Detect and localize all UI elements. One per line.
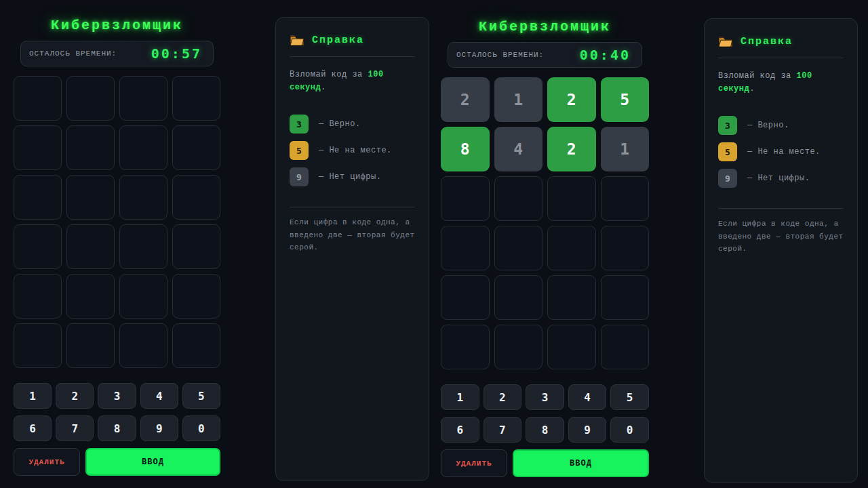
guess-cell: 5 [601,77,650,122]
timer-box: ОСТАЛОСЬ ВРЕМЕНИ: 00:57 [20,41,214,66]
help-header: Справка [290,34,415,46]
legend: 3— Верно.5— Не на месте.9— Нет цифры. [718,116,844,188]
key-8[interactable]: 8 [526,417,564,443]
legend-row: 3— Верно. [290,115,415,134]
guess-cell [66,323,115,368]
guess-cell [14,274,62,319]
guess-cell [172,323,220,368]
guess-grid: 21258421 [441,77,649,369]
game-panel-1: Кибервзломщик ОСТАЛОСЬ ВРЕМЕНИ: 00:57 12… [14,14,220,476]
guess-cell [494,325,543,369]
guess-cell [66,125,115,170]
legend-chip-absent: 9 [290,167,309,186]
guess-cell [119,224,167,269]
keypad: 1234567890 [441,384,649,443]
legend-label: — Не на месте. [319,146,392,155]
timer-value: 00:40 [580,47,631,63]
legend-chip-misplaced: 5 [718,142,737,161]
legend-chip-correct: 3 [718,116,737,135]
key-8[interactable]: 8 [98,415,136,441]
key-5[interactable]: 5 [182,383,220,409]
key-3[interactable]: 3 [526,384,564,410]
key-9[interactable]: 9 [568,417,607,443]
key-0[interactable]: 0 [610,417,649,443]
key-9[interactable]: 9 [140,415,178,441]
timer-value: 00:57 [151,45,202,62]
folder-icon [290,34,304,46]
legend-chip-absent: 9 [718,169,737,188]
help-intro: Взломай код за 100 секунд. [718,70,844,96]
game-panel-2: Кибервзломщик ОСТАЛОСЬ ВРЕМЕНИ: 00:40 21… [441,15,649,477]
divider [290,56,415,57]
guess-cell [14,76,62,121]
delete-button[interactable]: УДАЛИТЬ [441,449,507,477]
guess-cell [547,176,596,221]
guess-cell [172,274,220,319]
key-2[interactable]: 2 [56,383,94,409]
help-panel-2: Справка Взломай код за 100 секунд. 3— Ве… [704,18,858,483]
legend-row: 3— Верно. [718,116,844,135]
key-0[interactable]: 0 [182,415,220,441]
key-7[interactable]: 7 [484,417,522,443]
help-header: Справка [718,35,844,47]
folder-icon [718,35,733,47]
guess-cell: 8 [441,127,490,171]
guess-cell [601,325,650,369]
key-6[interactable]: 6 [14,415,52,441]
guess-cell [119,274,167,319]
guess-cell [494,226,543,270]
guess-cell [66,76,115,121]
guess-cell [14,175,62,220]
key-5[interactable]: 5 [610,384,649,410]
legend-chip-misplaced: 5 [290,141,309,160]
help-note: Если цифра в коде одна, а введено две — … [290,216,415,253]
key-7[interactable]: 7 [56,415,94,441]
guess-cell [547,226,596,270]
key-1[interactable]: 1 [14,383,52,409]
guess-cell [66,274,115,319]
guess-cell: 2 [441,77,490,122]
key-4[interactable]: 4 [140,383,178,409]
timer-box: ОСТАЛОСЬ ВРЕМЕНИ: 00:40 [448,42,642,68]
guess-cell [119,76,167,121]
guess-cell [172,76,220,121]
key-2[interactable]: 2 [484,384,522,410]
guess-cell: 1 [494,77,543,122]
divider [718,208,844,209]
guess-cell [66,175,115,220]
guess-cell [601,275,650,320]
cyberhacker-screen: Кибервзломщик ОСТАЛОСЬ ВРЕМЕНИ: 00:57 12… [0,0,868,488]
guess-cell [14,125,62,170]
key-4[interactable]: 4 [568,384,607,410]
enter-button[interactable]: ВВОД [85,448,220,476]
timer-label: ОСТАЛОСЬ ВРЕМЕНИ: [456,51,544,59]
guess-cell [119,323,167,368]
keypad: 1234567890 [14,383,220,441]
legend-row: 5— Не на месте. [718,142,844,161]
guess-cell [441,176,490,221]
enter-button[interactable]: ВВОД [513,449,649,477]
legend-label: — Нет цифры. [747,174,810,183]
guess-cell [172,125,220,170]
timer-label: ОСТАЛОСЬ ВРЕМЕНИ: [29,49,117,58]
divider [718,58,844,58]
guess-cell [66,224,115,269]
delete-button[interactable]: УДАЛИТЬ [14,448,80,476]
key-3[interactable]: 3 [98,383,136,409]
guess-cell: 4 [494,127,543,171]
guess-cell [441,275,490,320]
guess-cell: 2 [547,77,596,122]
game-title: Кибервзломщик [441,19,649,35]
legend-chip-correct: 3 [290,115,309,134]
guess-cell [14,224,62,269]
guess-cell [119,175,167,220]
legend: 3— Верно.5— Не на месте.9— Нет цифры. [290,115,415,186]
legend-row: 5— Не на месте. [290,141,415,160]
key-1[interactable]: 1 [441,384,479,410]
guess-cell [14,323,62,368]
action-row: УДАЛИТЬ ВВОД [14,448,220,476]
help-note: Если цифра в коде одна, а введено две — … [718,218,844,254]
guess-cell [494,275,543,320]
guess-cell [547,325,596,369]
key-6[interactable]: 6 [441,417,479,443]
